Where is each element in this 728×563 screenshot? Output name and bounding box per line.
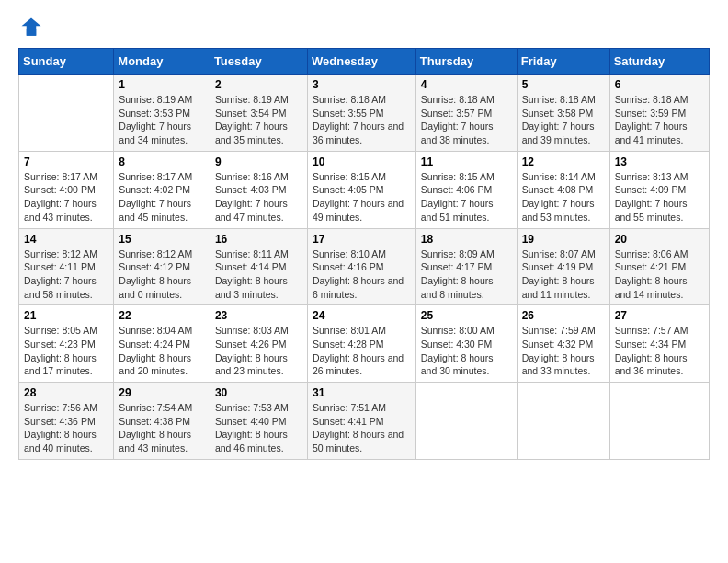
day-daylight: Daylight: 8 hours and 14 minutes. (615, 275, 688, 300)
calendar-cell: 28 Sunrise: 7:56 AM Sunset: 4:36 PM Dayl… (19, 383, 114, 460)
day-sunrise: Sunrise: 8:18 AM (615, 94, 688, 105)
day-sunrise: Sunrise: 8:03 AM (215, 325, 289, 336)
calendar-cell: 9 Sunrise: 8:16 AM Sunset: 4:03 PM Dayli… (210, 151, 307, 228)
day-sunrise: Sunrise: 8:15 AM (421, 171, 495, 182)
svg-rect-2 (27, 29, 37, 36)
day-sunrise: Sunrise: 8:19 AM (119, 94, 192, 105)
day-sunrise: Sunrise: 8:13 AM (615, 171, 688, 182)
day-number: 8 (119, 155, 205, 168)
calendar-cell: 13 Sunrise: 8:13 AM Sunset: 4:09 PM Dayl… (609, 151, 709, 228)
logo (18, 15, 48, 40)
day-number: 1 (119, 78, 205, 91)
calendar-cell: 18 Sunrise: 8:09 AM Sunset: 4:17 PM Dayl… (415, 228, 517, 305)
day-daylight: Daylight: 7 hours and 41 minutes. (615, 121, 688, 145)
day-daylight: Daylight: 8 hours and 0 minutes. (119, 275, 191, 300)
calendar-cell: 20 Sunrise: 8:06 AM Sunset: 4:21 PM Dayl… (609, 228, 709, 305)
day-sunset: Sunset: 4:40 PM (215, 416, 287, 427)
calendar-cell: 26 Sunrise: 7:59 AM Sunset: 4:32 PM Dayl… (517, 305, 609, 383)
day-sunset: Sunset: 4:30 PM (421, 339, 493, 350)
day-daylight: Daylight: 8 hours and 50 minutes. (313, 429, 404, 454)
day-daylight: Daylight: 7 hours and 53 minutes. (522, 198, 595, 223)
day-daylight: Daylight: 7 hours and 43 minutes. (24, 198, 97, 223)
day-daylight: Daylight: 7 hours and 34 minutes. (119, 121, 191, 145)
day-number: 21 (24, 309, 108, 322)
day-sunrise: Sunrise: 7:56 AM (24, 402, 97, 413)
day-number: 17 (313, 233, 411, 246)
header-day-tuesday: Tuesday (210, 49, 307, 75)
day-number: 31 (313, 386, 411, 399)
day-daylight: Daylight: 7 hours and 39 minutes. (522, 121, 595, 145)
day-number: 23 (215, 309, 302, 322)
day-daylight: Daylight: 8 hours and 43 minutes. (119, 429, 191, 454)
header-row: SundayMondayTuesdayWednesdayThursdayFrid… (19, 49, 710, 75)
day-daylight: Daylight: 7 hours and 51 minutes. (421, 198, 494, 223)
day-sunset: Sunset: 4:41 PM (313, 416, 384, 427)
day-sunset: Sunset: 4:32 PM (522, 339, 594, 350)
day-number: 12 (522, 155, 605, 168)
day-sunrise: Sunrise: 8:01 AM (313, 325, 386, 336)
header (18, 15, 710, 40)
calendar-cell: 23 Sunrise: 8:03 AM Sunset: 4:26 PM Dayl… (210, 305, 307, 383)
day-number: 22 (119, 309, 205, 322)
day-number: 4 (421, 78, 512, 91)
calendar-cell: 22 Sunrise: 8:04 AM Sunset: 4:24 PM Dayl… (114, 305, 210, 383)
day-sunrise: Sunrise: 8:07 AM (522, 248, 596, 259)
day-sunset: Sunset: 4:21 PM (615, 261, 687, 272)
calendar-cell: 4 Sunrise: 8:18 AM Sunset: 3:57 PM Dayli… (415, 75, 517, 152)
day-sunset: Sunset: 4:12 PM (119, 261, 190, 272)
day-daylight: Daylight: 7 hours and 45 minutes. (119, 198, 191, 223)
week-row-1: 1 Sunrise: 8:19 AM Sunset: 3:53 PM Dayli… (19, 75, 710, 152)
calendar-cell: 7 Sunrise: 8:17 AM Sunset: 4:00 PM Dayli… (19, 151, 114, 228)
day-number: 10 (313, 155, 411, 168)
day-sunset: Sunset: 4:24 PM (119, 339, 190, 350)
day-daylight: Daylight: 8 hours and 6 minutes. (313, 275, 404, 300)
day-sunset: Sunset: 4:16 PM (313, 261, 384, 272)
day-number: 25 (421, 309, 512, 322)
day-daylight: Daylight: 7 hours and 49 minutes. (313, 198, 404, 223)
day-sunrise: Sunrise: 8:12 AM (24, 248, 97, 259)
day-sunset: Sunset: 4:09 PM (615, 184, 687, 195)
day-number: 7 (24, 155, 108, 168)
header-day-saturday: Saturday (609, 49, 709, 75)
day-sunrise: Sunrise: 8:18 AM (421, 94, 495, 105)
calendar-table: SundayMondayTuesdayWednesdayThursdayFrid… (18, 48, 710, 460)
day-daylight: Daylight: 8 hours and 8 minutes. (421, 275, 494, 300)
week-row-4: 21 Sunrise: 8:05 AM Sunset: 4:23 PM Dayl… (19, 305, 710, 383)
day-sunrise: Sunrise: 7:59 AM (522, 325, 596, 336)
day-sunset: Sunset: 3:58 PM (522, 108, 594, 119)
day-sunrise: Sunrise: 8:17 AM (119, 171, 192, 182)
day-number: 2 (215, 78, 302, 91)
header-day-wednesday: Wednesday (307, 49, 415, 75)
calendar-cell: 17 Sunrise: 8:10 AM Sunset: 4:16 PM Dayl… (307, 228, 415, 305)
day-number: 3 (313, 78, 411, 91)
day-daylight: Daylight: 7 hours and 47 minutes. (215, 198, 288, 223)
day-sunset: Sunset: 4:19 PM (522, 261, 594, 272)
day-sunset: Sunset: 4:23 PM (24, 339, 96, 350)
day-sunrise: Sunrise: 8:05 AM (24, 325, 97, 336)
day-sunrise: Sunrise: 7:54 AM (119, 402, 192, 413)
calendar-cell: 12 Sunrise: 8:14 AM Sunset: 4:08 PM Dayl… (517, 151, 609, 228)
day-daylight: Daylight: 7 hours and 38 minutes. (421, 121, 494, 145)
day-number: 9 (215, 155, 302, 168)
day-number: 15 (119, 233, 205, 246)
day-sunrise: Sunrise: 8:16 AM (215, 171, 289, 182)
day-sunrise: Sunrise: 8:06 AM (615, 248, 688, 259)
calendar-cell: 11 Sunrise: 8:15 AM Sunset: 4:06 PM Dayl… (415, 151, 517, 228)
day-number: 24 (313, 309, 411, 322)
day-daylight: Daylight: 8 hours and 40 minutes. (24, 429, 97, 454)
day-number: 11 (421, 155, 512, 168)
day-sunrise: Sunrise: 8:00 AM (421, 325, 495, 336)
calendar-cell: 10 Sunrise: 8:15 AM Sunset: 4:05 PM Dayl… (307, 151, 415, 228)
day-sunrise: Sunrise: 7:57 AM (615, 325, 688, 336)
day-sunset: Sunset: 4:11 PM (24, 261, 96, 272)
day-sunset: Sunset: 4:02 PM (119, 184, 190, 195)
day-sunset: Sunset: 3:59 PM (615, 108, 687, 119)
day-daylight: Daylight: 7 hours and 35 minutes. (215, 121, 288, 145)
day-sunrise: Sunrise: 8:09 AM (421, 248, 495, 259)
calendar-cell: 3 Sunrise: 8:18 AM Sunset: 3:55 PM Dayli… (307, 75, 415, 152)
logo-icon (18, 15, 44, 40)
day-daylight: Daylight: 8 hours and 11 minutes. (522, 275, 595, 300)
day-sunset: Sunset: 4:28 PM (313, 339, 384, 350)
calendar-cell: 8 Sunrise: 8:17 AM Sunset: 4:02 PM Dayli… (114, 151, 210, 228)
day-daylight: Daylight: 8 hours and 36 minutes. (615, 352, 688, 377)
